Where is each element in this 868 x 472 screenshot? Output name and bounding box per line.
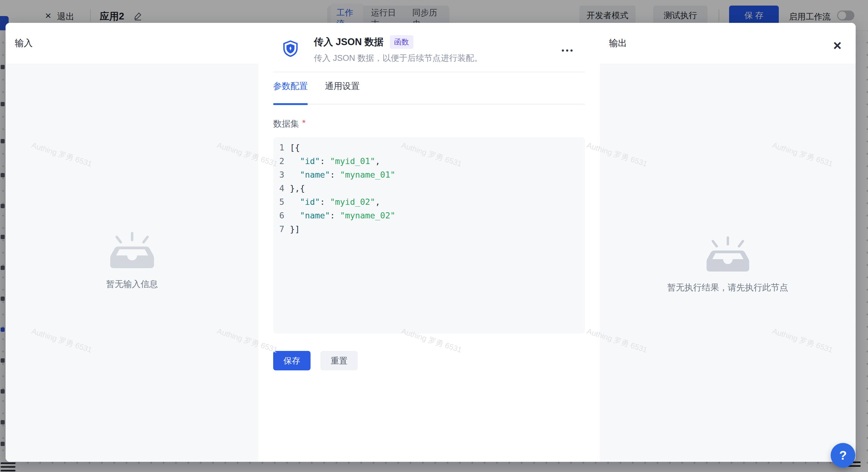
line-number: 6 [273,209,284,223]
input-empty-state: 暂无输入信息 [5,232,258,290]
code-line: 5 "id": "myid_02", [273,195,585,209]
close-icon[interactable]: × [833,38,841,53]
line-number: 7 [273,223,284,236]
line-number: 2 [273,154,284,168]
output-panel: 输出 暂无执行结果，请先执行此节点 [600,23,856,462]
output-panel-title: 输出 [609,37,627,50]
shield-node-icon [282,40,299,58]
config-tabs: 参数配置 通用设置 [273,72,585,105]
json-code-editor[interactable]: 1[{2 "id": "myid_01",3 "name": "myname_0… [273,137,585,334]
more-options-icon[interactable] [562,50,572,52]
tab-general-settings[interactable]: 通用设置 [325,80,360,104]
line-number: 3 [273,168,284,182]
code-line: 3 "name": "myname_01" [273,168,585,182]
node-header: 传入 JSON 数据 函数 传入 JSON 数据，以便于后续节点进行装配。 [273,23,585,72]
node-title: 传入 JSON 数据 [314,35,384,49]
help-button[interactable]: ? [831,443,855,468]
code-line: 1[{ [273,141,585,154]
tab-parameter-config[interactable]: 参数配置 [273,80,308,104]
empty-inbox-icon [109,232,155,270]
node-type-badge: 函数 [390,35,413,49]
line-number: 1 [273,141,284,154]
output-empty-text: 暂无执行结果，请先执行此节点 [668,282,788,293]
screen: × 退出 应用2 工作流 运行日志 同步历史 开发者模式 测试执行 保 存 启用… [0,0,868,472]
code-line: 2 "id": "myid_01", [273,154,585,168]
dataset-field-label-row: 数据集 * [273,118,585,130]
node-config-modal: 输入 暂无输入信息 [5,23,856,462]
input-empty-text: 暂无输入信息 [106,278,158,290]
line-number: 5 [273,195,284,209]
empty-inbox-icon [705,236,750,274]
code-line: 6 "name": "myname_02" [273,209,585,223]
code-line: 7}] [273,223,585,236]
output-panel-header: 输出 [600,23,856,64]
save-button[interactable]: 保存 [273,351,311,371]
input-panel-header: 输入 [5,23,258,64]
input-panel: 输入 暂无输入信息 [5,23,258,462]
action-buttons: 保存 重置 [273,351,585,371]
code-line: 4},{ [273,182,585,195]
config-panel: 传入 JSON 数据 函数 传入 JSON 数据，以便于后续节点进行装配。 参数… [258,23,600,462]
input-panel-body: 暂无输入信息 [5,64,258,462]
required-asterisk: * [302,118,306,128]
output-panel-body: 暂无执行结果，请先执行此节点 [600,64,856,462]
output-empty-state: 暂无执行结果，请先执行此节点 [600,236,856,293]
node-description: 传入 JSON 数据，以便于后续节点进行装配。 [314,53,585,64]
line-number: 4 [273,182,284,195]
input-panel-title: 输入 [15,37,33,50]
reset-button[interactable]: 重置 [320,351,358,371]
dataset-label: 数据集 [273,118,299,130]
